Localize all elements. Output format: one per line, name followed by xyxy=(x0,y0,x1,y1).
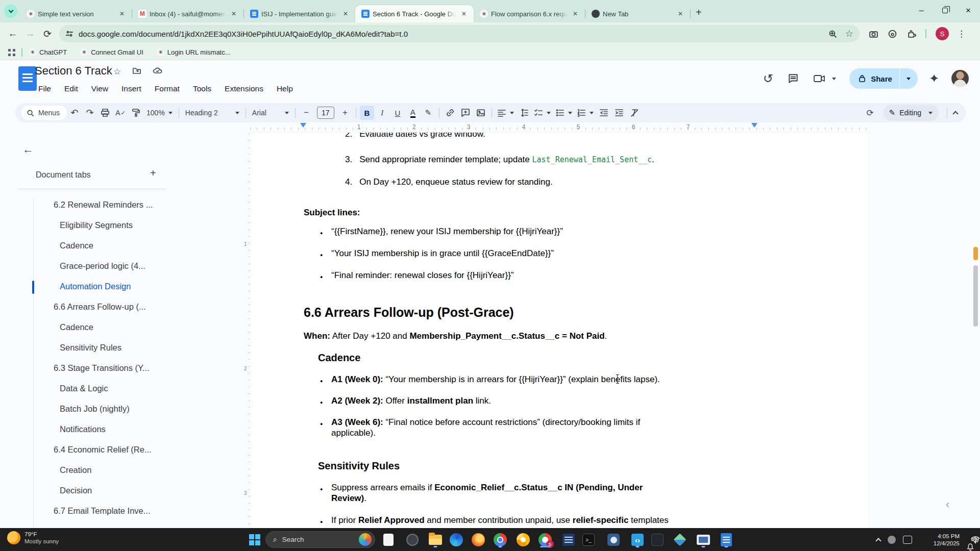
sidebar-item[interactable]: 6.3 Stage Transitions (Y... xyxy=(54,363,197,373)
tab-simple-text-version[interactable]: Simple text version ✕ xyxy=(20,5,132,22)
chrome-icon[interactable] xyxy=(492,532,508,548)
video-call-icon[interactable] xyxy=(813,73,825,84)
back-icon[interactable]: ← xyxy=(4,28,21,39)
tab-isij-implementation-guide[interactable]: ISIJ - Implementation guide - G ✕ xyxy=(244,5,355,22)
undo-icon[interactable]: ↶ xyxy=(67,106,82,120)
editing-mode-select[interactable]: ✎ Editing xyxy=(883,105,939,121)
add-document-tab-button[interactable]: + xyxy=(150,167,156,179)
diamond-app-icon[interactable] xyxy=(672,532,688,548)
collapse-toolbar-icon[interactable] xyxy=(952,111,958,116)
gemini-sparkle-icon[interactable]: ✦ xyxy=(929,71,939,86)
bulleted-list-select[interactable] xyxy=(554,106,574,120)
chrome-profile-s-icon[interactable]: S xyxy=(537,532,553,548)
star-document-icon[interactable]: ☆ xyxy=(113,66,121,77)
edge-icon[interactable] xyxy=(448,532,464,548)
checklist-select[interactable] xyxy=(532,106,553,120)
zoom-select[interactable]: 100% xyxy=(143,106,176,120)
start-button[interactable] xyxy=(247,532,263,548)
tab-section-6-track-active[interactable]: Section 6 Track - Google Docs ✕ xyxy=(355,5,474,22)
vscode-icon[interactable]: ‹› xyxy=(629,532,646,548)
chrome-beta-icon[interactable] xyxy=(515,532,531,548)
document-app-icon[interactable] xyxy=(718,532,734,548)
sidebar-item[interactable]: Creation xyxy=(60,465,203,475)
apps-grid-icon[interactable] xyxy=(8,49,15,56)
cloud-saved-icon[interactable] xyxy=(153,66,163,76)
document-scrollbar[interactable] xyxy=(972,134,978,528)
postgres-icon[interactable] xyxy=(605,532,622,548)
menu-edit[interactable]: Edit xyxy=(60,83,83,95)
bold-button[interactable]: B xyxy=(360,106,374,120)
underline-button[interactable]: U xyxy=(390,106,405,120)
new-tab-button[interactable]: + xyxy=(696,7,702,18)
minimize-button[interactable]: ─ xyxy=(910,0,933,20)
paint-format-icon[interactable] xyxy=(129,106,143,120)
widgets-app-icon[interactable] xyxy=(380,532,397,548)
file-explorer-icon[interactable] xyxy=(427,532,444,548)
tab-close-icon[interactable]: ✕ xyxy=(676,9,685,18)
bookmark-star-icon[interactable]: ☆ xyxy=(845,28,853,39)
notes-app-icon[interactable] xyxy=(560,532,577,548)
tab-gmail-inbox[interactable]: M Inbox (4) - saiful@momentum- ✕ xyxy=(132,5,243,22)
font-size-decrease-button[interactable]: − xyxy=(299,106,313,120)
reload-icon[interactable]: ⟳ xyxy=(39,28,56,40)
sidebar-item[interactable]: Data & Logic xyxy=(60,384,203,393)
sidebar-item[interactable]: Cadence xyxy=(60,322,203,332)
browser-menu-kebab-icon[interactable]: ⋮ xyxy=(957,29,966,39)
taskbar-clock[interactable]: 4:05 PM 12/4/2025 xyxy=(934,533,960,547)
text-color-button[interactable]: A xyxy=(406,106,420,120)
move-to-folder-icon[interactable] xyxy=(132,66,141,76)
sidebar-item[interactable]: Eligibility Segments xyxy=(60,220,203,230)
password-manager-icon[interactable] xyxy=(888,29,897,39)
account-avatar[interactable] xyxy=(951,70,969,87)
clear-formatting-icon[interactable] xyxy=(627,106,642,120)
document-page[interactable]: 2.Evaluate dates vs grace window. 3.Send… xyxy=(250,133,869,528)
numbered-list-select[interactable] xyxy=(575,106,596,120)
sidebar-item[interactable]: 6.4 Economic Relief (Re... xyxy=(54,445,197,455)
redo-icon[interactable]: ↷ xyxy=(83,106,97,120)
video-call-caret-icon[interactable] xyxy=(832,78,836,80)
zoom-icon[interactable] xyxy=(828,30,837,38)
sidebar-item[interactable]: Sensitivity Rules xyxy=(60,343,203,353)
font-size-input[interactable]: 17 xyxy=(317,107,334,119)
bookmark-chatgpt[interactable]: ChatGPT xyxy=(29,48,67,56)
italic-button[interactable]: I xyxy=(375,106,389,120)
document-title[interactable]: Section 6 Track xyxy=(35,64,112,78)
language-indicator-icon[interactable] xyxy=(903,536,912,544)
right-indent-marker[interactable] xyxy=(751,123,757,128)
menu-tools[interactable]: Tools xyxy=(188,83,216,95)
close-sidebar-back-icon[interactable]: ← xyxy=(22,143,34,156)
menu-view[interactable]: View xyxy=(87,83,113,95)
spellcheck-icon[interactable]: A✓ xyxy=(113,106,128,120)
menu-help[interactable]: Help xyxy=(272,83,298,95)
sidebar-item[interactable]: Grace-period logic (4... xyxy=(60,261,203,271)
line-spacing-icon[interactable] xyxy=(517,106,531,120)
bookmark-connect-gmail-ui[interactable]: Connect Gmail UI xyxy=(80,48,143,56)
maximize-button[interactable] xyxy=(933,0,957,20)
weather-widget[interactable]: 79°F Mostly sunny xyxy=(7,531,59,545)
tab-close-icon[interactable]: ✕ xyxy=(341,9,350,18)
horizontal-ruler[interactable]: 1 2 3 4 5 6 7 xyxy=(250,123,869,133)
forward-icon[interactable]: → xyxy=(21,28,39,39)
paragraph-style-select[interactable]: Heading 2 xyxy=(182,106,242,120)
font-family-select[interactable]: Arial xyxy=(249,106,292,120)
sidebar-item[interactable]: Cadence xyxy=(60,241,203,251)
align-select[interactable] xyxy=(496,106,516,120)
sidebar-item[interactable]: Notifications xyxy=(60,424,203,434)
highlight-color-icon[interactable]: ✎ xyxy=(421,106,435,120)
collapse-chevron-icon[interactable]: ‹ xyxy=(946,498,949,511)
share-dropdown[interactable] xyxy=(899,68,918,89)
gemini-refresh-icon[interactable]: ⟳ xyxy=(863,106,877,120)
font-size-increase-button[interactable]: + xyxy=(338,106,352,120)
pc-app-icon[interactable] xyxy=(649,532,666,548)
tab-flow-comparison[interactable]: Flow comparison 6.x requireme ✕ xyxy=(474,5,585,22)
tab-close-icon[interactable]: ✕ xyxy=(571,9,580,18)
firefox-icon[interactable] xyxy=(470,532,486,548)
monitor-app-icon[interactable] xyxy=(695,532,712,548)
menu-format[interactable]: Format xyxy=(150,83,184,95)
site-info-icon[interactable] xyxy=(65,30,74,38)
insert-link-icon[interactable] xyxy=(443,106,457,120)
tab-search-button[interactable] xyxy=(4,5,17,18)
tray-chevron-up-icon[interactable] xyxy=(876,537,880,543)
screenshot-camera-icon[interactable] xyxy=(869,29,878,39)
url-bar[interactable]: docs.google.com/document/d/1jkdXn2EE3q0X… xyxy=(59,25,860,42)
